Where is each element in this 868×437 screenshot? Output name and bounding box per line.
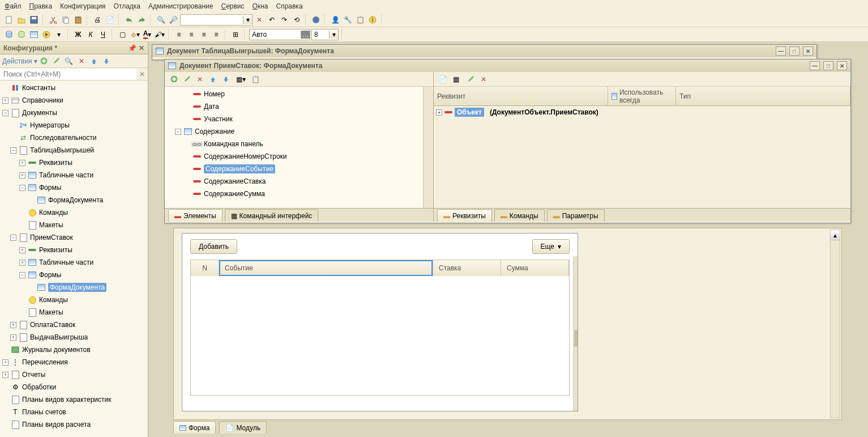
bold-icon[interactable]: Ж xyxy=(72,29,84,40)
config-tree[interactable]: Константы+Справочники−Документы2³⁴Нумера… xyxy=(0,80,148,437)
preview-grid[interactable]: N Событие Ставка Сумма xyxy=(190,260,570,396)
element-item[interactable]: СодержаниеСобытие xyxy=(165,163,433,175)
attr-cols-icon[interactable]: ▦ xyxy=(450,74,461,85)
menu-admin[interactable]: Администрирование xyxy=(148,2,213,10)
pin-icon[interactable]: 📌 xyxy=(128,44,136,52)
cut-icon[interactable] xyxy=(48,14,59,26)
play-drop-icon[interactable]: ▾ xyxy=(53,29,65,40)
element-item[interactable]: Участник xyxy=(165,113,433,125)
tree-item[interactable]: ⚙Обработки xyxy=(0,381,148,393)
tree-item[interactable]: +Табличные части xyxy=(0,256,148,269)
tree-item[interactable]: +Справочники xyxy=(0,94,148,107)
underline-icon[interactable]: Ч xyxy=(97,29,109,40)
expand-icon[interactable]: + xyxy=(19,260,25,266)
nav-fwd-icon[interactable]: ↷ xyxy=(279,14,290,26)
tree-item[interactable]: ФормаДокумента xyxy=(0,194,148,206)
tree-item[interactable]: Команды xyxy=(0,294,148,306)
down-icon[interactable] xyxy=(101,56,112,67)
db2-icon[interactable] xyxy=(16,29,27,40)
tree-search-input[interactable] xyxy=(0,69,136,80)
preview-scrollbar[interactable]: ▴ xyxy=(830,230,840,418)
layout-icon[interactable] xyxy=(28,29,40,40)
align-left-icon[interactable]: ≡ xyxy=(173,29,185,40)
run-icon[interactable] xyxy=(310,14,322,26)
maximize-icon[interactable]: □ xyxy=(789,46,799,56)
expand-icon[interactable]: + xyxy=(10,322,16,328)
element-item[interactable]: Дата xyxy=(165,100,433,113)
undo-icon[interactable] xyxy=(123,14,135,26)
print-icon[interactable]: 🖨 xyxy=(92,14,103,26)
open-icon[interactable] xyxy=(16,14,27,26)
element-item[interactable]: ▭▭Командная панель xyxy=(165,138,433,150)
tree-item[interactable]: Планы видов характеристик xyxy=(0,393,148,406)
col-event[interactable]: Событие xyxy=(219,260,433,276)
expand-icon[interactable]: + xyxy=(19,172,25,179)
user-icon[interactable]: 👤 xyxy=(330,14,341,26)
menu-help[interactable]: Справка xyxy=(276,2,302,10)
tree-item[interactable]: +Реквизиты xyxy=(0,244,148,256)
copy-icon[interactable] xyxy=(60,14,71,26)
new-icon[interactable] xyxy=(3,14,15,26)
search-combo[interactable]: ▾ xyxy=(180,14,253,26)
tree-item[interactable]: 2³⁴Нумераторы xyxy=(0,119,148,131)
italic-icon[interactable]: К xyxy=(85,29,96,40)
find-icon[interactable]: 🔍 xyxy=(155,14,166,26)
bg-color-icon[interactable]: 🖌▾ xyxy=(154,29,165,40)
expand-icon[interactable]: − xyxy=(175,129,181,135)
elements-tree[interactable]: НомерДатаУчастник−Содержание▭▭Командная … xyxy=(165,87,433,208)
col-sum[interactable]: Сумма xyxy=(501,260,569,276)
attr-edit-icon[interactable] xyxy=(465,74,476,85)
props-icon[interactable]: 📋 xyxy=(250,74,261,85)
expand-icon[interactable]: − xyxy=(10,235,16,241)
tab-module[interactable]: 📄Модуль xyxy=(219,421,267,434)
tab-elements[interactable]: ▬Элементы xyxy=(168,209,223,222)
tree-item[interactable]: +Отчеты xyxy=(0,368,148,381)
tab-params[interactable]: ▬Параметры xyxy=(547,209,605,222)
clear-tree-search-icon[interactable]: ✕ xyxy=(136,70,148,78)
tree-item[interactable]: Планы видов расчета xyxy=(0,418,148,431)
up-icon[interactable] xyxy=(88,56,100,67)
tree-item[interactable]: −ПриемСтавок xyxy=(0,231,148,244)
attr-add-icon[interactable]: 📄 xyxy=(437,74,448,85)
align-center-icon[interactable]: ≡ xyxy=(186,29,197,40)
window-tablica[interactable]: Документ ТаблицаВыигрышей: ФормаДокумент… xyxy=(152,44,817,60)
tree-item[interactable]: −ТаблицаВыигрышей xyxy=(0,144,148,156)
minimize-icon[interactable]: — xyxy=(776,46,786,56)
tree-item[interactable]: +ВыдачаВыигрыша xyxy=(0,331,148,343)
menu-windows[interactable]: Окна xyxy=(253,2,268,10)
tree-item[interactable]: +Табличные части xyxy=(0,169,148,181)
menu-file[interactable]: Файл xyxy=(5,2,22,10)
expand-icon[interactable]: + xyxy=(2,97,8,104)
col-type[interactable]: Тип xyxy=(676,87,850,105)
add-elem-icon[interactable] xyxy=(168,74,179,85)
tree-item[interactable]: Константы xyxy=(0,82,148,94)
tab-commands[interactable]: ▬Команды xyxy=(494,209,545,222)
tree-item[interactable]: Журналы документов xyxy=(0,343,148,356)
expand-icon[interactable]: + xyxy=(19,160,25,166)
edit-elem-icon[interactable] xyxy=(181,74,193,85)
tree-item[interactable]: Макеты xyxy=(0,219,148,231)
expand-icon[interactable]: + xyxy=(10,334,16,341)
tree-item[interactable]: −Формы xyxy=(0,269,148,281)
clear-search-icon[interactable]: ✕ xyxy=(254,14,265,26)
font-color-icon[interactable]: А▾ xyxy=(142,29,153,40)
grid-scrollbar[interactable] xyxy=(573,256,578,411)
tree-item[interactable]: TПланы счетов xyxy=(0,406,148,418)
tree-item[interactable]: +ОплатаСтавок xyxy=(0,319,148,331)
tools-icon[interactable]: 🔧 xyxy=(342,14,353,26)
save-icon[interactable] xyxy=(28,14,40,26)
fill-icon[interactable]: ▾ xyxy=(129,29,140,40)
menu-config[interactable]: Конфигурация xyxy=(60,2,106,10)
element-item[interactable]: СодержаниеСумма xyxy=(165,188,433,200)
element-item[interactable]: −Содержание xyxy=(165,125,433,138)
delete-icon[interactable]: ✕ xyxy=(76,56,87,67)
elem-up-icon[interactable] xyxy=(207,74,219,85)
border-icon[interactable]: ▢ xyxy=(117,29,128,40)
tree-item[interactable]: −Формы xyxy=(0,181,148,194)
add-button[interactable]: Добавить xyxy=(190,239,237,254)
info-icon[interactable]: i xyxy=(367,14,378,26)
tree-item[interactable]: +Реквизиты xyxy=(0,156,148,169)
more-button[interactable]: Еще▾ xyxy=(532,239,570,254)
tab-cmd-interface[interactable]: ▦Командный интерфейс xyxy=(225,209,319,222)
play-icon[interactable] xyxy=(41,29,52,40)
